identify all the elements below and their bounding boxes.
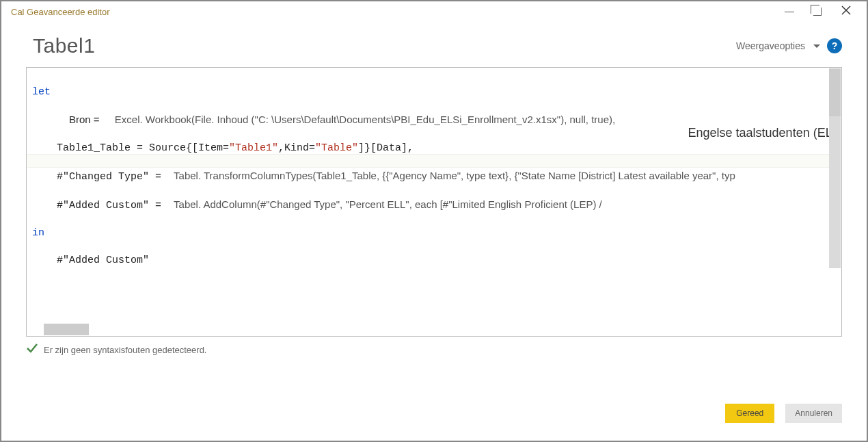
line3-post: ]}[Data], bbox=[358, 142, 413, 154]
status-bar: Er zijn geen syntaxisfouten gedetecteerd… bbox=[1, 337, 867, 357]
source-label: Bron = bbox=[69, 114, 103, 125]
line3-str2: "Table" bbox=[315, 142, 358, 154]
line7: #"Added Custom" bbox=[32, 255, 149, 266]
keyword-in: in bbox=[32, 227, 44, 239]
check-icon bbox=[26, 342, 38, 357]
help-icon[interactable]: ? bbox=[827, 38, 842, 53]
horizontal-scrollbar[interactable] bbox=[27, 324, 841, 335]
line3-str1: "Table1" bbox=[229, 142, 278, 154]
editor-content[interactable]: let Bron = Excel. Workbook(File. Inhoud … bbox=[27, 68, 841, 295]
chevron-down-icon bbox=[813, 44, 820, 48]
header-right: Weergaveopties ? bbox=[736, 38, 842, 53]
vertical-scrollbar[interactable] bbox=[829, 68, 841, 324]
maximize-icon[interactable] bbox=[813, 8, 822, 16]
close-icon[interactable] bbox=[841, 5, 852, 18]
window-title: Cal Geavanceerde editor bbox=[11, 7, 110, 17]
overlay-hint-text: Engelse taalstudenten (EL : bbox=[688, 126, 839, 140]
scrollbar-track-fill bbox=[829, 116, 841, 268]
line3-pre: Table1_Table = Source{[Item= bbox=[32, 142, 229, 154]
line5-pre: #"Added Custom" = bbox=[32, 200, 167, 211]
source-call: Excel. Workbook(File. Inhoud ("C: \Users… bbox=[115, 114, 615, 125]
cancel-button[interactable]: Annuleren bbox=[785, 404, 842, 423]
scrollbar-thumb[interactable] bbox=[44, 324, 89, 335]
status-text: Er zijn geen syntaxisfouten gedetecteerd… bbox=[44, 345, 206, 355]
line4-call: Tabel. TransformColumnTypes(Table1_Table… bbox=[174, 170, 735, 181]
page-title: Tabel1 bbox=[33, 34, 95, 57]
window-controls bbox=[785, 5, 867, 18]
keyword-let: let bbox=[32, 86, 51, 98]
done-button[interactable]: Gereed bbox=[725, 404, 774, 423]
display-options-label: Weergaveopties bbox=[736, 40, 805, 51]
line3-mid: ,Kind= bbox=[278, 142, 315, 154]
window-titlebar: Cal Geavanceerde editor bbox=[1, 1, 867, 22]
display-options-dropdown[interactable]: Weergaveopties bbox=[736, 40, 820, 51]
line5-call: Tabel. AddColumn(#"Changed Type", "Perce… bbox=[174, 198, 602, 210]
footer-buttons: Gereed Annuleren bbox=[725, 404, 842, 423]
line4-pre: #"Changed Type" = bbox=[32, 171, 167, 183]
code-editor[interactable]: let Bron = Excel. Workbook(File. Inhoud … bbox=[26, 67, 842, 337]
header: Tabel1 Weergaveopties ? bbox=[1, 22, 867, 67]
minimize-icon[interactable] bbox=[785, 12, 794, 12]
